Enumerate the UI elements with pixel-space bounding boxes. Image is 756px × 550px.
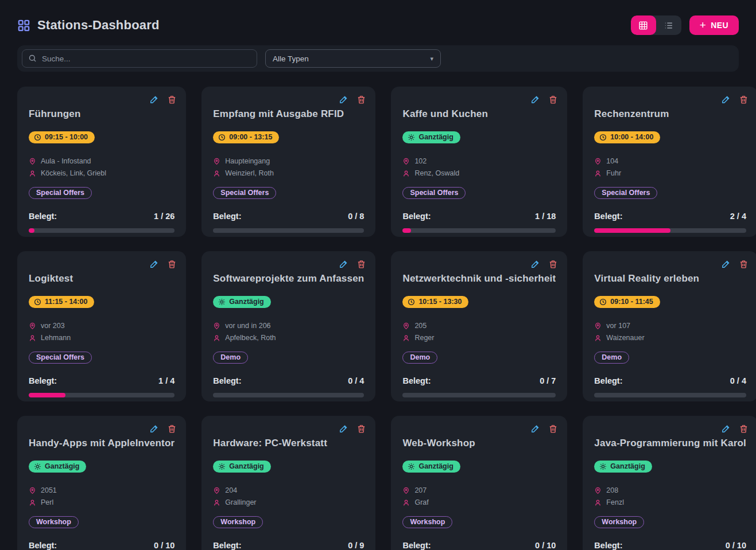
delete-station-button[interactable] (356, 95, 366, 104)
pencil-icon (530, 95, 540, 104)
edit-station-button[interactable] (339, 95, 348, 104)
occupied-label: Belegt: (29, 541, 57, 550)
view-toggle (631, 15, 681, 35)
search-input[interactable] (22, 49, 257, 68)
time-badge: 10:00 - 14:00 (594, 131, 660, 143)
edit-station-button[interactable] (530, 95, 540, 104)
occupied-count: 1 / 4 (158, 376, 175, 385)
location-pin-icon (213, 322, 220, 330)
occupancy-progress-fill (29, 393, 65, 397)
filter-bar: Alle Typen ▾ (17, 45, 739, 72)
edit-station-button[interactable] (149, 95, 159, 104)
edit-station-button[interactable] (721, 424, 731, 434)
station-title: Empfang mit Ausgabe RFID (213, 108, 364, 120)
station-card: Virtual Reality erleben 09:10 - 11:45 (583, 251, 756, 401)
delete-station-button[interactable] (356, 259, 366, 269)
occupancy-progress-track (213, 393, 364, 397)
plus-icon: + (700, 19, 707, 30)
pencil-icon (149, 259, 159, 269)
edit-station-button[interactable] (339, 259, 348, 269)
category-badge: Special Offers (29, 352, 92, 364)
edit-station-button[interactable] (149, 259, 159, 269)
allday-badge: Ganztägig (29, 461, 86, 473)
sun-icon (408, 463, 415, 470)
delete-station-button[interactable] (548, 259, 558, 269)
occupied-label: Belegt: (594, 376, 622, 385)
edit-station-button[interactable] (721, 95, 731, 104)
station-card: Führungen 09:15 - 10:00 (17, 87, 186, 237)
occupied-label: Belegt: (594, 541, 622, 550)
occupied-count: 1 / 26 (154, 212, 175, 221)
category-badge: Special Offers (213, 187, 276, 199)
delete-station-button[interactable] (548, 424, 558, 434)
station-card: Kaffe und Kuchen Ganztägig (391, 87, 567, 237)
trash-icon (356, 424, 366, 434)
person-icon (594, 170, 602, 177)
station-people: Köckeis, Link, Griebl (41, 169, 106, 177)
edit-station-button[interactable] (530, 259, 540, 269)
sun-icon (599, 463, 607, 470)
occupied-label: Belegt: (29, 212, 57, 221)
occupancy-progress-track (29, 228, 175, 233)
new-station-button[interactable]: + NEU (689, 15, 739, 35)
edit-station-button[interactable] (339, 424, 348, 434)
category-badge: Workshop (402, 516, 452, 528)
list-view-button[interactable] (656, 15, 681, 35)
occupied-label: Belegt: (213, 376, 241, 385)
occupancy-progress-track (594, 393, 746, 397)
location-pin-icon (402, 487, 410, 494)
edit-station-button[interactable] (149, 424, 159, 434)
person-icon (29, 499, 36, 506)
delete-station-button[interactable] (167, 424, 177, 434)
station-people: Waizenauer (606, 334, 644, 342)
delete-station-button[interactable] (739, 259, 749, 269)
occupied-label: Belegt: (402, 376, 431, 385)
sun-icon (408, 134, 415, 141)
edit-station-button[interactable] (721, 259, 731, 269)
grid-view-icon (638, 21, 648, 30)
dashboard-grid-icon (17, 19, 30, 32)
delete-station-button[interactable] (739, 95, 749, 104)
occupied-label: Belegt: (213, 541, 241, 550)
pencil-icon (530, 259, 540, 269)
station-people: Fuhr (606, 169, 621, 177)
grid-view-button[interactable] (631, 15, 656, 35)
list-view-icon (664, 21, 673, 30)
clock-icon (34, 298, 41, 306)
allday-badge: Ganztägig (213, 461, 270, 473)
station-location: vor und in 206 (225, 322, 270, 330)
clock-icon (218, 134, 226, 141)
station-title: Java-Programmierung mit Karol (594, 438, 746, 449)
search-box (22, 49, 257, 68)
time-badge: 09:15 - 10:00 (29, 131, 95, 143)
sun-icon (218, 463, 226, 470)
occupancy-progress-track (402, 228, 556, 233)
trash-icon (356, 259, 366, 269)
occupied-label: Belegt: (402, 541, 431, 550)
station-location: Haupteingang (225, 157, 270, 165)
station-location: vor 203 (41, 322, 65, 330)
type-filter-value: Alle Typen (273, 54, 309, 63)
delete-station-button[interactable] (739, 424, 749, 434)
location-pin-icon (594, 322, 602, 330)
delete-station-button[interactable] (167, 95, 177, 104)
person-icon (402, 170, 410, 177)
person-icon (402, 499, 410, 506)
category-badge: Special Offers (594, 187, 657, 199)
delete-station-button[interactable] (167, 259, 177, 269)
station-title: Handy-Apps mit AppleInventor (29, 438, 175, 449)
location-pin-icon (213, 487, 220, 494)
delete-station-button[interactable] (356, 424, 366, 434)
type-filter-select[interactable]: Alle Typen ▾ (265, 49, 441, 68)
station-card: Web-Workshop Ganztägig (391, 416, 567, 550)
clock-icon (408, 298, 415, 306)
delete-station-button[interactable] (548, 95, 558, 104)
pencil-icon (339, 424, 348, 434)
edit-station-button[interactable] (530, 424, 540, 434)
pencil-icon (721, 95, 731, 104)
location-pin-icon (29, 322, 36, 330)
clock-icon (599, 298, 607, 306)
person-icon (29, 170, 36, 177)
pencil-icon (149, 95, 159, 104)
station-card: Softwareprojekte zum Anfassen Ganztägig (201, 251, 375, 401)
